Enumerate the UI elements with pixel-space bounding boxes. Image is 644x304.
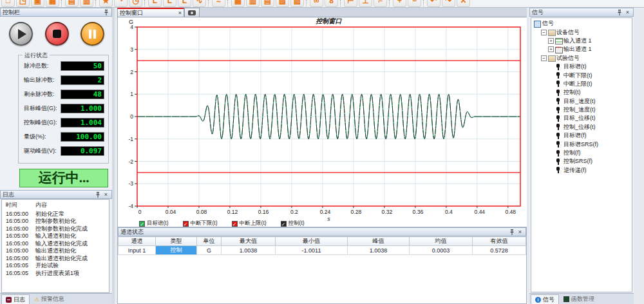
- pin-icon[interactable]: [102, 9, 109, 16]
- legend-checkbox-icon[interactable]: ✓: [281, 221, 287, 227]
- snapshot-tab[interactable]: [184, 8, 200, 17]
- export-chart-icon[interactable]: ▨: [290, 0, 304, 7]
- channel-col-header[interactable]: 均值: [410, 237, 473, 246]
- fit-page-icon[interactable]: ⌐: [374, 0, 387, 7]
- status-field-label: 输出脉冲数:: [24, 76, 61, 84]
- star-icon[interactable]: ★: [99, 0, 113, 7]
- tree-item[interactable]: 中断上限(t): [534, 80, 632, 88]
- svg-text:0.04: 0.04: [166, 209, 176, 215]
- channel-cell: Input 1: [118, 246, 156, 255]
- signal-tab-active[interactable]: i信号: [531, 294, 559, 304]
- tree-item[interactable]: 信号: [534, 19, 632, 28]
- status-field-value: 1.004: [61, 118, 104, 128]
- channel-col-header[interactable]: 类型: [156, 237, 197, 246]
- legend-checkbox-icon[interactable]: ✓: [139, 221, 145, 227]
- redo-icon[interactable]: ↷: [442, 0, 455, 7]
- tree-item-label: 控制_速度(t): [564, 106, 596, 114]
- tab-close-icon[interactable]: ×: [178, 10, 182, 16]
- svg-text:0.2: 0.2: [290, 209, 298, 215]
- channel-col-header[interactable]: 峰值: [348, 237, 410, 246]
- legend-checkbox-icon[interactable]: ✓: [183, 221, 189, 227]
- tree-item[interactable]: +输入通道 1: [534, 37, 632, 45]
- unit-icon[interactable]: ∿: [193, 0, 206, 7]
- tree-item[interactable]: +输出通道 1: [534, 45, 632, 53]
- log-row: 16:05:05执行进度表第1项: [6, 270, 109, 278]
- collapse-icon[interactable]: −: [541, 30, 547, 35]
- tree-item[interactable]: 控制(t): [534, 88, 632, 97]
- report-icon[interactable]: ▥: [80, 0, 93, 7]
- tree-item[interactable]: 中断下限(t): [534, 71, 632, 79]
- layout-1-icon[interactable]: ▦: [231, 0, 245, 7]
- save-all-icon[interactable]: ▦: [46, 0, 59, 7]
- channel-cell: 0.5728: [473, 246, 526, 255]
- log-title: 日志: [3, 191, 93, 199]
- channel-col-header[interactable]: 有效值: [473, 237, 526, 246]
- tree-item[interactable]: 目标谱(f): [534, 131, 632, 140]
- undo-icon[interactable]: ↶: [427, 0, 440, 7]
- pin-icon[interactable]: [94, 191, 101, 198]
- tree-item[interactable]: 控制SRS(f): [534, 157, 632, 166]
- clock-icon[interactable]: ◷: [129, 0, 142, 7]
- chart-icon[interactable]: ▧: [276, 0, 289, 7]
- alarm-warning-icon: ⚠: [34, 296, 39, 303]
- tree-item[interactable]: 控制_位移(t): [534, 123, 632, 131]
- channel-row[interactable]: Input 1控制G1.0038-1.00111.00380.00030.572…: [118, 246, 526, 255]
- expand-icon[interactable]: +: [548, 38, 554, 44]
- channel-status-title: 通道状态: [120, 228, 507, 236]
- tree-item[interactable]: 目标谱(t): [534, 62, 632, 71]
- workspace-icon[interactable]: ▤: [65, 0, 79, 7]
- log-header: 时间内容: [6, 202, 109, 209]
- open-icon[interactable]: ◳: [16, 0, 30, 7]
- pin-icon[interactable]: [616, 9, 623, 16]
- tree-item[interactable]: 目标谱SRS(f): [534, 140, 632, 148]
- tab-control-window[interactable]: 控制窗口 ×: [117, 8, 184, 17]
- tree-item[interactable]: −试验信号: [534, 54, 632, 62]
- svg-text:-2: -2: [128, 158, 133, 165]
- zoom-out-icon[interactable]: −: [408, 0, 421, 7]
- tree-item[interactable]: 逆传递(f): [534, 166, 632, 175]
- unlink-icon[interactable]: 8: [325, 0, 338, 7]
- log-row: 16:05:00初始化正常: [6, 211, 109, 218]
- tree-item[interactable]: 目标_位移(t): [534, 114, 632, 122]
- cursor-icon[interactable]: ≈: [212, 0, 225, 7]
- log-tab-inactive[interactable]: ⚠报警信息: [30, 294, 69, 304]
- layout-4-icon[interactable]: ▤: [261, 0, 274, 7]
- fit-height-icon[interactable]: ⊥: [359, 0, 372, 7]
- tree-item[interactable]: 控制_速度(t): [534, 106, 632, 114]
- log-tab-active[interactable]: 日志: [1, 294, 30, 304]
- fit-width-icon[interactable]: ⊢: [344, 0, 357, 7]
- svg-text:-3: -3: [128, 180, 133, 187]
- log-panel: 日志 × 时间内容16:05:00初始化正常16:05:00控制参数初始化16:…: [0, 190, 115, 304]
- signal-tab-inactive[interactable]: 函数管理: [559, 294, 599, 304]
- link-icon[interactable]: ∞: [310, 0, 323, 7]
- stop-button[interactable]: [45, 22, 69, 46]
- log-axis-icon[interactable]: L: [163, 0, 176, 7]
- legend-checkbox-icon[interactable]: ✓: [232, 221, 238, 227]
- save-icon[interactable]: ▣: [31, 0, 44, 7]
- pin-icon[interactable]: [508, 229, 515, 236]
- log-tab-label: 报警信息: [41, 295, 64, 303]
- channel-col-header[interactable]: 最大值: [222, 237, 276, 246]
- close-icon[interactable]: ×: [102, 191, 109, 198]
- transport-controls: [0, 17, 112, 48]
- play-button[interactable]: [9, 22, 33, 46]
- signal-title: 信号: [532, 8, 614, 17]
- tree-item[interactable]: −设备信号: [534, 28, 632, 36]
- zoom-in-icon[interactable]: +: [393, 0, 406, 7]
- abort-icon[interactable]: ✕: [457, 0, 470, 7]
- layout-2-icon[interactable]: ▥: [246, 0, 260, 7]
- channel-col-header[interactable]: 最小值: [276, 237, 348, 246]
- db-axis-icon[interactable]: L: [178, 0, 191, 7]
- expand-icon[interactable]: +: [548, 46, 554, 52]
- channel-col-header[interactable]: 通道: [118, 237, 156, 246]
- close-icon[interactable]: ×: [516, 229, 524, 236]
- channel-col-header[interactable]: 单位: [197, 237, 222, 246]
- new-icon[interactable]: □: [1, 0, 15, 7]
- close-icon[interactable]: ×: [624, 9, 631, 16]
- collapse-icon[interactable]: −: [541, 55, 547, 61]
- tree-item[interactable]: 目标_速度(t): [534, 97, 632, 106]
- pause-button[interactable]: [80, 22, 104, 46]
- lin-axis-icon[interactable]: L: [148, 0, 162, 7]
- schedule-icon[interactable]: ◔: [114, 0, 128, 7]
- tree-item[interactable]: 控制(f): [534, 149, 632, 157]
